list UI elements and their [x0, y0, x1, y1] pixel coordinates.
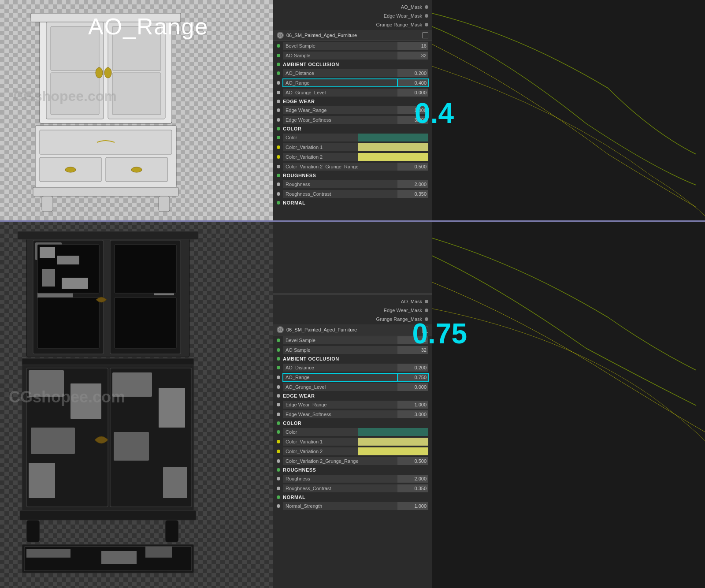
- prop-dot: [277, 385, 280, 389]
- svg-rect-16: [33, 187, 178, 196]
- section-header: ROUGHNESS: [273, 466, 432, 474]
- prop-color-swatch[interactable]: [358, 428, 428, 436]
- prop-row-color[interactable]: Color: [273, 133, 432, 142]
- props-rows-top: Bevel Sample16AO Sample32AMBIENT OCCLUSI…: [273, 41, 432, 207]
- prop-value[interactable]: 0.200: [397, 69, 428, 77]
- prop-value[interactable]: 0.000: [397, 89, 428, 97]
- object-icon-bottom: [277, 326, 284, 333]
- prop-row[interactable]: Normal_Strength1.000: [273, 501, 432, 511]
- prop-dot: [277, 366, 280, 369]
- section-dot: [277, 63, 280, 66]
- prop-row[interactable]: AO_Grunge_Level0.000: [273, 382, 432, 392]
- prop-row[interactable]: Color_Variation 2_Grunge_Range0.500: [273, 456, 432, 466]
- prop-label: Edge Wear_Range: [283, 401, 397, 409]
- prop-label: Color_Variation 2: [283, 447, 358, 455]
- section-dot: [277, 495, 280, 499]
- section-dot: [277, 127, 280, 130]
- prop-dot: [277, 118, 280, 122]
- prop-row-color[interactable]: Color_Variation 2: [273, 447, 432, 456]
- prop-row[interactable]: Roughness_Contrast0.350: [273, 484, 432, 493]
- object-header-top: 06_SM_Painted_Aged_Furniture: [273, 30, 432, 41]
- prop-color-swatch[interactable]: [358, 143, 428, 151]
- prop-dot: [277, 487, 280, 490]
- prop-row[interactable]: Bevel Sample16: [273, 41, 432, 51]
- furniture-svg-top: [22, 9, 189, 216]
- prop-label: Color_Variation 1: [283, 438, 358, 446]
- prop-label: Color: [283, 428, 358, 436]
- watermark-top: CGshopee.com: [13, 88, 117, 104]
- prop-color-swatch[interactable]: [358, 134, 428, 141]
- prop-row[interactable]: AO_Distance0.200: [273, 68, 432, 78]
- prop-row[interactable]: AO_Grunge_Level0.000: [273, 88, 432, 97]
- prop-row[interactable]: Edge Wear_Softness3.000: [273, 409, 432, 419]
- prop-color-swatch[interactable]: [358, 438, 428, 446]
- prop-dot: [277, 450, 280, 453]
- prop-row[interactable]: AO Sample32: [273, 345, 432, 355]
- prop-value[interactable]: 1.000: [397, 502, 428, 510]
- section-dot: [277, 394, 280, 398]
- prop-value[interactable]: 0.000: [397, 383, 428, 391]
- prop-row[interactable]: AO_Range0.750: [273, 372, 432, 382]
- prop-row[interactable]: Roughness_Contrast0.350: [273, 189, 432, 199]
- prop-color-swatch[interactable]: [358, 153, 428, 161]
- svg-rect-38: [62, 278, 88, 289]
- prop-row[interactable]: AO_Range0.400: [273, 78, 432, 88]
- prop-row[interactable]: Edge Wear_Range1.000: [273, 105, 432, 115]
- prop-value[interactable]: 0.500: [397, 163, 428, 171]
- prop-value[interactable]: 0.200: [397, 364, 428, 372]
- prop-row[interactable]: Color_Variation 2_Grunge_Range0.500: [273, 162, 432, 171]
- section-dot: [277, 357, 280, 361]
- prop-row[interactable]: Roughness2.000: [273, 474, 432, 484]
- prop-row-color[interactable]: Color_Variation 1: [273, 142, 432, 152]
- svg-rect-53: [165, 520, 178, 542]
- prop-row[interactable]: Edge Wear_Softness3.000: [273, 115, 432, 125]
- prop-row-color[interactable]: Color: [273, 427, 432, 437]
- prop-label: Roughness: [283, 475, 397, 483]
- prop-value[interactable]: 2.000: [397, 475, 428, 483]
- prop-row[interactable]: AO_Distance0.200: [273, 363, 432, 372]
- prop-label: AO_Grunge_Level: [283, 383, 397, 391]
- prop-value[interactable]: 3.000: [397, 410, 428, 418]
- prop-dot: [277, 403, 280, 406]
- prop-label: Edge Wear_Softness: [283, 410, 397, 418]
- object-header-bottom: 06_SM_Painted_Aged_Furniture: [273, 324, 432, 335]
- prop-label: Bevel Sample: [283, 42, 397, 50]
- prop-value[interactable]: 0.350: [397, 190, 428, 198]
- prop-value[interactable]: 0.350: [397, 484, 428, 492]
- section-dot: [277, 421, 280, 425]
- svg-rect-48: [159, 388, 185, 428]
- svg-rect-11: [40, 130, 172, 154]
- prop-value[interactable]: 1.000: [397, 401, 428, 409]
- prop-label: Roughness_Contrast: [283, 190, 397, 198]
- viewport-bottom: CGshopee.com: [0, 220, 273, 588]
- output-edge-wear: Edge Wear_Mask: [273, 11, 432, 20]
- prop-dot: [277, 348, 280, 352]
- svg-rect-49: [114, 432, 149, 461]
- prop-value[interactable]: 0.400: [397, 79, 428, 87]
- prop-dot: [277, 459, 280, 463]
- svg-rect-17: [42, 196, 53, 212]
- output-ao-mask-b: AO_Mask: [273, 297, 432, 306]
- prop-row-color[interactable]: Color_Variation 1: [273, 437, 432, 447]
- prop-value[interactable]: 2.000: [397, 180, 428, 188]
- prop-label: AO_Range: [283, 79, 397, 87]
- prop-dot: [277, 182, 280, 186]
- prop-row[interactable]: Bevel Sample16: [273, 335, 432, 345]
- props-panel-bottom: AO_Mask Edge Wear_Mask Grunge Range_Mask: [273, 294, 432, 588]
- prop-label: Color_Variation 2_Grunge_Range: [283, 163, 397, 171]
- prop-dot: [277, 430, 280, 434]
- prop-color-swatch[interactable]: [358, 447, 428, 455]
- section-dot: [277, 201, 280, 205]
- prop-value[interactable]: 16: [397, 42, 428, 50]
- prop-row[interactable]: Edge Wear_Range1.000: [273, 400, 432, 409]
- prop-value[interactable]: 0.750: [397, 373, 428, 381]
- output-grunge: Grunge Range_Mask: [273, 20, 432, 29]
- prop-value[interactable]: 0.500: [397, 457, 428, 465]
- props-rows-bottom: Bevel Sample16AO Sample32AMBIENT OCCLUSI…: [273, 335, 432, 511]
- prop-row[interactable]: Roughness2.000: [273, 179, 432, 189]
- prop-row-color[interactable]: Color_Variation 2: [273, 152, 432, 162]
- prop-value[interactable]: 32: [397, 52, 428, 60]
- output-grunge-b: Grunge Range_Mask: [273, 315, 432, 324]
- prop-label: Bevel Sample: [283, 336, 397, 344]
- prop-row[interactable]: AO Sample32: [273, 51, 432, 60]
